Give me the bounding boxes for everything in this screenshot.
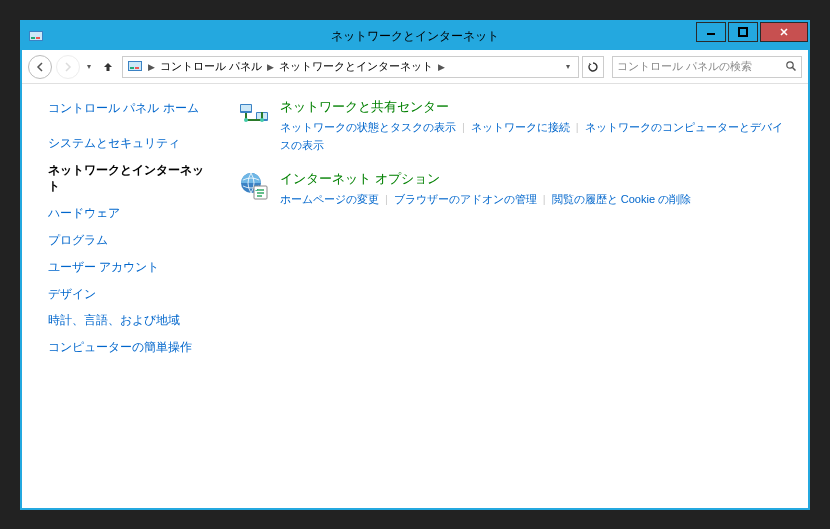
window-title: ネットワークとインターネット <box>22 28 808 45</box>
navigation-toolbar: ▾ ▶ コントロール パネル ▶ ネットワークとインターネット ▶ ▾ <box>22 50 808 84</box>
breadcrumb-item[interactable]: コントロール パネル <box>160 59 262 74</box>
svg-point-10 <box>787 61 793 67</box>
divider: | <box>462 121 465 133</box>
svg-rect-3 <box>36 37 40 39</box>
network-sharing-icon <box>238 98 270 130</box>
sublink[interactable]: ネットワークに接続 <box>471 121 570 133</box>
divider: | <box>543 193 546 205</box>
svg-rect-13 <box>241 105 251 111</box>
search-placeholder: コントロール パネルの検索 <box>617 59 752 74</box>
sublink[interactable]: ブラウザーのアドオンの管理 <box>394 193 537 205</box>
search-icon <box>785 60 797 74</box>
svg-point-16 <box>244 118 248 122</box>
sidebar-list: システムとセキュリティネットワークとインターネットハードウェアプログラムユーザー… <box>48 135 212 356</box>
close-button[interactable] <box>760 22 808 42</box>
control-panel-icon <box>28 28 44 44</box>
back-button[interactable] <box>28 55 52 79</box>
svg-rect-5 <box>739 28 747 36</box>
category: インターネット オプションホームページの変更|ブラウザーのアドオンの管理|閲覧の… <box>238 170 792 209</box>
divider: | <box>576 121 579 133</box>
history-dropdown-icon[interactable]: ▾ <box>84 62 94 71</box>
svg-rect-2 <box>31 37 35 39</box>
internet-options-icon <box>238 170 270 202</box>
sidebar-item[interactable]: デザイン <box>48 286 212 303</box>
address-bar[interactable]: ▶ コントロール パネル ▶ ネットワークとインターネット ▶ ▾ <box>122 56 579 78</box>
svg-point-17 <box>260 118 264 122</box>
category-title[interactable]: インターネット オプション <box>280 170 792 188</box>
divider: | <box>385 193 388 205</box>
search-input[interactable]: コントロール パネルの検索 <box>612 56 802 78</box>
sidebar: コントロール パネル ホーム システムとセキュリティネットワークとインターネット… <box>22 84 222 508</box>
main-panel: ネットワークと共有センターネットワークの状態とタスクの表示|ネットワークに接続|… <box>222 84 808 508</box>
content-area: コントロール パネル ホーム システムとセキュリティネットワークとインターネット… <box>22 84 808 508</box>
sidebar-item[interactable]: ネットワークとインターネット <box>48 162 212 196</box>
sidebar-item[interactable]: コンピューターの簡単操作 <box>48 339 212 356</box>
minimize-button[interactable] <box>696 22 726 42</box>
refresh-button[interactable] <box>582 56 604 78</box>
chevron-right-icon[interactable]: ▶ <box>264 62 277 72</box>
svg-rect-9 <box>135 67 139 69</box>
sublink[interactable]: 閲覧の履歴と Cookie の削除 <box>552 193 691 205</box>
category-title[interactable]: ネットワークと共有センター <box>280 98 792 116</box>
sidebar-item[interactable]: システムとセキュリティ <box>48 135 212 152</box>
sidebar-item[interactable]: ハードウェア <box>48 205 212 222</box>
sidebar-item[interactable]: ユーザー アカウント <box>48 259 212 276</box>
control-panel-icon <box>127 58 143 76</box>
caption-buttons <box>696 22 808 50</box>
maximize-button[interactable] <box>728 22 758 42</box>
breadcrumb-item[interactable]: ネットワークとインターネット <box>279 59 433 74</box>
control-panel-window: ネットワークとインターネット ▾ <box>20 20 810 510</box>
sidebar-item[interactable]: プログラム <box>48 232 212 249</box>
svg-line-11 <box>793 67 796 70</box>
category-sublinks: ネットワークの状態とタスクの表示|ネットワークに接続|ネットワークのコンピュータ… <box>280 119 792 154</box>
chevron-right-icon[interactable]: ▶ <box>435 62 448 72</box>
category-body: ネットワークと共有センターネットワークの状態とタスクの表示|ネットワークに接続|… <box>280 98 792 154</box>
category-body: インターネット オプションホームページの変更|ブラウザーのアドオンの管理|閲覧の… <box>280 170 792 209</box>
svg-rect-4 <box>707 33 715 35</box>
category: ネットワークと共有センターネットワークの状態とタスクの表示|ネットワークに接続|… <box>238 98 792 154</box>
svg-rect-8 <box>130 67 134 69</box>
titlebar[interactable]: ネットワークとインターネット <box>22 22 808 50</box>
forward-button[interactable] <box>56 55 80 79</box>
sublink[interactable]: ネットワークの状態とタスクの表示 <box>280 121 456 133</box>
sidebar-home[interactable]: コントロール パネル ホーム <box>48 100 212 117</box>
address-dropdown-icon[interactable]: ▾ <box>562 62 574 71</box>
sidebar-item[interactable]: 時計、言語、および地域 <box>48 312 212 329</box>
chevron-right-icon[interactable]: ▶ <box>145 62 158 72</box>
up-button[interactable] <box>98 57 118 77</box>
category-sublinks: ホームページの変更|ブラウザーのアドオンの管理|閲覧の履歴と Cookie の削… <box>280 191 792 209</box>
sublink[interactable]: ホームページの変更 <box>280 193 379 205</box>
